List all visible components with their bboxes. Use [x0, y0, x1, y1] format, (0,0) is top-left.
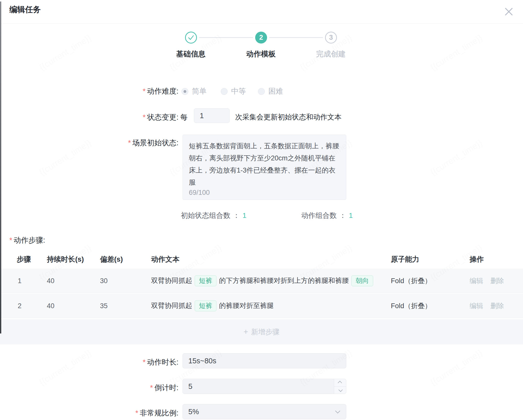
radio-label: 简单: [192, 86, 207, 96]
cell-action-text: 双臂协同抓起短裤的下方裤腿和裤腰对折到上方的裤腿和裤腰朝向: [151, 275, 386, 286]
col-header-ability: 原子能力: [391, 255, 419, 264]
action-steps-label: *动作步骤:: [9, 235, 45, 245]
initial-state-label: *场景初始状态:: [0, 138, 178, 148]
number-spinner: [334, 379, 346, 394]
action-combo-count: 动作组合数：1: [301, 211, 353, 220]
col-header-step: 步骤: [17, 255, 31, 264]
delete-link[interactable]: 删除: [490, 276, 504, 285]
state-change-prefix: 每: [180, 112, 188, 122]
check-icon: [186, 32, 196, 43]
state-change-suffix: 次采集会更新初始状态和动作文本: [235, 112, 341, 122]
step-number: 2: [259, 34, 263, 41]
col-header-deviation: 偏差(s): [100, 255, 123, 264]
required-asterisk: *: [143, 113, 146, 121]
required-asterisk: *: [9, 236, 12, 244]
required-asterisk: *: [143, 87, 146, 95]
decrease-button[interactable]: [334, 386, 346, 394]
radio-label: 困难: [268, 86, 283, 96]
radio-selected-icon: [182, 88, 188, 95]
character-counter: 69/100: [189, 189, 210, 197]
unusual-ratio-select[interactable]: 5%: [183, 404, 346, 419]
object-tag: 短裤: [195, 300, 216, 311]
cell-duration: 40: [47, 277, 54, 285]
duration-label: *动作时长:: [0, 357, 178, 367]
required-asterisk: *: [143, 358, 146, 366]
state-change-input[interactable]: 1: [194, 108, 230, 123]
step-connector-line: [269, 37, 323, 38]
cell-ability: Fold（折叠）: [391, 276, 432, 285]
step-circle-action-template: 2: [255, 32, 267, 44]
countdown-value: 5: [188, 382, 192, 391]
table-row: 1 40 30 双臂协同抓起短裤的下方裤腿和裤腰对折到上方的裤腿和裤腰朝向 Fo…: [0, 269, 523, 293]
cell-step: 1: [18, 277, 22, 285]
cell-step: 2: [18, 302, 22, 310]
plus-icon: +: [244, 328, 248, 336]
dialog-title: 编辑任务: [9, 4, 41, 15]
initial-state-textarea[interactable]: 短裤五条数据背面朝上，五条数据正面朝上，裤腰朝右，离头部视野下方至少20cm之外…: [183, 135, 346, 200]
close-icon: [502, 5, 515, 18]
step-connector-line: [199, 37, 253, 38]
cell-deviation: 30: [100, 277, 108, 285]
add-step-button[interactable]: + 新增步骤: [0, 319, 523, 344]
countdown-label: *倒计时:: [0, 383, 178, 393]
difficulty-label: *动作难度:: [0, 86, 178, 96]
initial-state-combo-count: 初始状态组合数：1: [181, 211, 247, 220]
close-button[interactable]: [502, 5, 515, 18]
countdown-input[interactable]: 5: [183, 379, 346, 394]
edit-task-dialog: 编辑任务 2 3 基础信息 动作模板 完成创建 *动作难度: 简单 中等 困难: [0, 0, 523, 420]
step-label-finish: 完成创建: [300, 49, 361, 59]
radio-icon: [221, 88, 228, 95]
required-asterisk: *: [135, 409, 138, 417]
cell-deviation: 35: [100, 302, 108, 310]
state-change-value: 1: [200, 112, 204, 120]
col-header-duration: 持续时长(s): [47, 255, 84, 264]
chevron-down-icon: [338, 388, 343, 392]
radio-option-easy[interactable]: 简单: [182, 86, 207, 96]
initial-state-value: 短裤五条数据背面朝上，五条数据正面朝上，裤腰朝右，离头部视野下方至少20cm之外…: [189, 140, 340, 188]
add-step-label: 新增步骤: [251, 327, 279, 337]
step-label-action-template: 动作模板: [231, 49, 291, 59]
step-circle-basic-info: [185, 32, 197, 44]
required-asterisk: *: [128, 139, 131, 147]
col-header-action-text: 动作文本: [151, 255, 179, 264]
cell-operations: 编辑 删除: [470, 301, 504, 310]
background-page-edge: [0, 2, 1, 333]
cell-ability: Fold（折叠）: [391, 301, 432, 310]
chevron-down-icon: [335, 408, 340, 413]
chevron-up-icon: [338, 381, 342, 385]
duration-input[interactable]: 15s~80s: [183, 353, 346, 368]
step-circle-finish: 3: [325, 32, 337, 44]
state-change-label: *状态变更:: [0, 112, 178, 122]
unusual-ratio-value: 5%: [188, 408, 199, 416]
delete-link[interactable]: 删除: [490, 301, 504, 310]
edit-link[interactable]: 编辑: [470, 301, 483, 310]
col-header-operations: 操作: [470, 255, 484, 264]
step-number: 3: [329, 34, 333, 41]
required-asterisk: *: [150, 384, 153, 392]
edit-link[interactable]: 编辑: [470, 276, 483, 285]
action-combo-value: 1: [349, 212, 353, 219]
unusual-ratio-label: *非常规比例:: [0, 408, 178, 418]
cell-operations: 编辑 删除: [470, 276, 504, 285]
initial-combo-value: 1: [243, 212, 247, 219]
cell-duration: 40: [47, 302, 54, 310]
duration-value: 15s~80s: [188, 357, 216, 365]
dialog-header: 编辑任务: [0, 0, 523, 24]
radio-option-medium[interactable]: 中等: [221, 86, 246, 96]
cell-action-text: 双臂协同抓起短裤的裤腰对折至裤腿: [151, 300, 386, 311]
increase-button[interactable]: [334, 379, 346, 386]
table-row: 2 40 35 双臂协同抓起短裤的裤腰对折至裤腿 Fold（折叠） 编辑 删除: [0, 294, 523, 318]
radio-option-hard[interactable]: 困难: [258, 86, 283, 96]
step-label-basic-info: 基础信息: [160, 49, 221, 59]
orientation-tag: 朝向: [351, 275, 373, 286]
radio-icon: [258, 88, 265, 95]
radio-label: 中等: [231, 86, 246, 96]
object-tag: 短裤: [195, 275, 216, 286]
